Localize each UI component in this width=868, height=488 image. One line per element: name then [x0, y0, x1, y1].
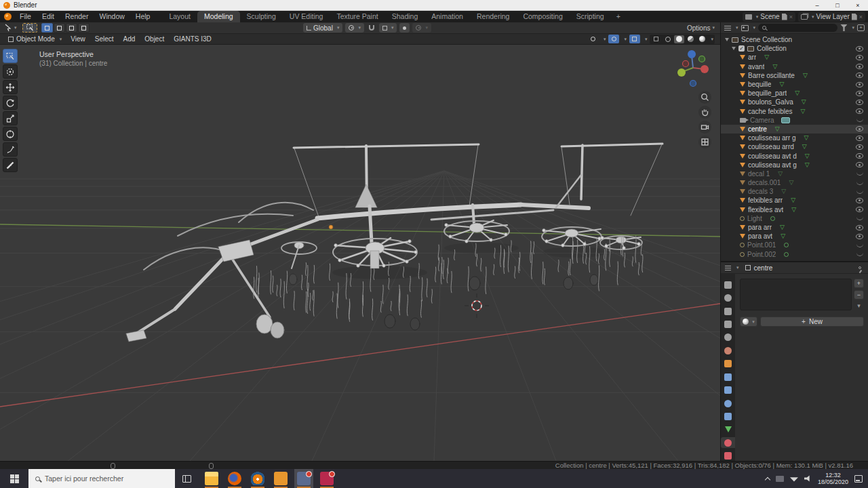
tab-shading[interactable]: Shading: [385, 11, 425, 22]
clock[interactable]: 12:32 18/05/2020: [818, 472, 848, 486]
properties-tab-tool[interactable]: [721, 279, 735, 290]
tab-modeling[interactable]: Modeling: [197, 11, 240, 22]
outliner-filter-icon[interactable]: [741, 25, 749, 31]
minimize-button[interactable]: –: [807, 0, 827, 10]
properties-tab-view-layer[interactable]: [721, 319, 735, 329]
pin-icon[interactable]: [859, 266, 861, 269]
tab-rendering[interactable]: Rendering: [470, 11, 516, 22]
properties-tab-physics[interactable]: [721, 398, 735, 409]
visibility-toggle[interactable]: [856, 100, 863, 105]
tray-app-icon[interactable]: [776, 476, 784, 482]
new-view-layer-icon[interactable]: [852, 14, 857, 20]
properties-tab-modifiers[interactable]: [721, 371, 735, 382]
outliner-item-para-arr[interactable]: para arr▽: [721, 223, 868, 232]
menu-window[interactable]: Window: [94, 11, 130, 22]
view-layer-selector[interactable]: ▾ View Layer ×: [798, 12, 865, 22]
pan-button[interactable]: [698, 106, 711, 119]
active-tool-icon[interactable]: [4, 24, 12, 32]
outliner-item-coulisseau-arrd[interactable]: coulisseau arrd▽: [721, 142, 868, 151]
outliner-item-bequille[interactable]: bequille▽: [721, 80, 868, 89]
properties-tab-particles[interactable]: [721, 384, 735, 395]
gizmo-x-axis[interactable]: [701, 65, 709, 73]
outliner-item-felxibles-arr[interactable]: felxibles arr▽: [721, 196, 868, 205]
maximize-button[interactable]: □: [827, 0, 848, 10]
outliner-item-arr[interactable]: arr▽: [721, 53, 868, 62]
menu-render[interactable]: Render: [60, 11, 94, 22]
outliner-item-coulisseau-avt-g[interactable]: coulisseau avt g▽: [721, 161, 868, 169]
tab-uv-editing[interactable]: UV Editing: [283, 11, 330, 22]
gizmo-z-neg[interactable]: [690, 81, 696, 87]
visibility-toggle[interactable]: [856, 234, 863, 239]
outliner-item-flexibles-avt[interactable]: flexibles avt▽: [721, 205, 868, 214]
outliner-item-para-avt[interactable]: para avt▽: [721, 232, 868, 241]
properties-tab-scene[interactable]: [721, 332, 735, 343]
taskbar-search[interactable]: Taper ici pour rechercher: [28, 469, 175, 488]
add-slot-button[interactable]: +: [854, 279, 864, 288]
navigation-gizmo[interactable]: [674, 47, 713, 88]
cursor-tool[interactable]: [3, 64, 18, 79]
outliner-item-boulons-galva[interactable]: boulons_Galva▽: [721, 98, 868, 106]
taskbar-app-firefox[interactable]: [225, 469, 244, 488]
properties-tab-object[interactable]: [721, 359, 735, 369]
close-button[interactable]: ×: [848, 0, 868, 10]
options-dropdown[interactable]: Options ▾: [687, 24, 715, 32]
taskbar-app-messaging-app[interactable]: [317, 469, 336, 488]
outliner-item-cache-felxibles[interactable]: cache felxibles▽: [721, 107, 868, 116]
outliner-item-point-001[interactable]: Point.001: [721, 241, 868, 249]
tab-animation[interactable]: Animation: [425, 11, 470, 22]
outliner-item-barre-oscillante[interactable]: Barre oscillante▽: [721, 71, 868, 80]
transform-tool[interactable]: [3, 127, 18, 141]
snap-target-dropdown[interactable]: ▾: [379, 23, 397, 33]
rotate-tool[interactable]: [3, 96, 18, 110]
outliner-item-light[interactable]: Light: [721, 214, 868, 223]
camera-view-button[interactable]: [698, 121, 711, 134]
visibility-toggle[interactable]: [856, 207, 863, 212]
taskbar-app-mail-app[interactable]: [294, 469, 313, 488]
visibility-toggle[interactable]: [856, 108, 863, 114]
visibility-toggle[interactable]: [856, 126, 863, 131]
perspective-toggle-button[interactable]: [698, 136, 711, 148]
properties-tab-constraints[interactable]: [721, 411, 735, 422]
menu-help[interactable]: Help: [130, 11, 156, 22]
collection-checkbox[interactable]: ✓: [738, 45, 745, 52]
visibility-toggle[interactable]: [856, 243, 863, 247]
outliner-item-point-002[interactable]: Point.002: [721, 250, 868, 259]
visibility-toggle[interactable]: [856, 181, 863, 185]
outliner-item-avant[interactable]: avant▽: [721, 62, 868, 71]
viewport-menu-view[interactable]: View: [66, 35, 90, 43]
measure-tool[interactable]: [3, 158, 18, 172]
properties-tab-output[interactable]: [721, 306, 735, 317]
outliner-item-decals-3[interactable]: decals 3▽: [721, 187, 868, 196]
unlink-scene-icon[interactable]: ×: [789, 14, 793, 20]
visibility-toggle[interactable]: [856, 136, 863, 141]
menu-file[interactable]: File: [14, 11, 37, 22]
visibility-toggle[interactable]: [856, 55, 863, 60]
shading-xray-icon[interactable]: [651, 35, 661, 43]
show-gizmo-toggle[interactable]: [588, 35, 599, 43]
visibility-toggle[interactable]: [856, 190, 863, 194]
volume-icon[interactable]: [804, 475, 812, 482]
outliner-item-decals-001[interactable]: decals.001▽: [721, 178, 868, 187]
new-scene-icon[interactable]: [782, 14, 787, 20]
select-mode-intersect-button[interactable]: [78, 23, 90, 33]
expand-icon[interactable]: [732, 47, 736, 50]
outliner-search-input[interactable]: [758, 24, 837, 32]
properties-tab-world[interactable]: [721, 345, 735, 356]
tab-layout[interactable]: Layout: [162, 11, 197, 22]
select-mode-extend-button[interactable]: [54, 23, 65, 33]
properties-tab-object-data[interactable]: [721, 424, 735, 435]
visibility-toggle[interactable]: [856, 144, 863, 150]
properties-tab-material[interactable]: [721, 437, 735, 448]
visibility-toggle[interactable]: [856, 153, 863, 159]
move-tool[interactable]: [3, 80, 18, 94]
visibility-toggle[interactable]: [856, 216, 863, 220]
action-center-icon[interactable]: [854, 475, 863, 483]
visibility-toggle[interactable]: [856, 82, 863, 87]
proportional-edit-toggle[interactable]: [399, 23, 410, 33]
gizmo-y-neg[interactable]: [699, 56, 705, 62]
start-button[interactable]: [0, 469, 28, 488]
outliner-scene-collection[interactable]: Scene Collection: [721, 35, 868, 44]
outliner-display-mode-icon[interactable]: [724, 26, 731, 26]
filter-funnel-icon[interactable]: [840, 24, 847, 31]
remove-slot-button[interactable]: −: [854, 290, 864, 300]
